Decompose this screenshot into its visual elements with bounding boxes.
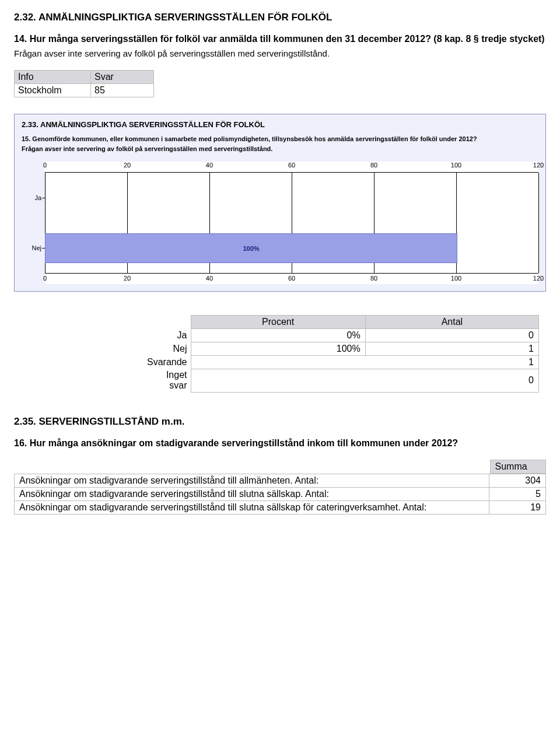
- summa-row2-val: 5: [489, 488, 546, 501]
- nej-n: 1: [365, 342, 538, 355]
- tick-bot-20: 20: [124, 275, 131, 282]
- row-label-nej: Nej: [22, 244, 41, 251]
- section-232-title: 2.32. ANMÄLNINGSPLIKTIGA SERVERINGSSTÄLL…: [14, 12, 546, 23]
- results-table: Procent Antal Ja 0% 0 Nej 100% 1 Svarand…: [142, 315, 539, 393]
- plot-area: Ja Nej 100%: [45, 172, 538, 274]
- q14-text: 14. Hur många serveringsställen för folk…: [14, 33, 546, 46]
- row-ja: Ja: [45, 173, 538, 223]
- info-head-left: Info: [15, 70, 91, 83]
- info-cell-left: Stockholm: [15, 83, 91, 97]
- row-svarande-label: Svarande: [142, 355, 191, 369]
- inget-n: 0: [191, 369, 539, 392]
- bar-nej: 100%: [45, 233, 457, 262]
- panel-note: Frågan avser inte servering av folköl på…: [22, 145, 538, 153]
- tick-top-0: 0: [43, 162, 47, 169]
- q16-text: 16. Hur många ansökningar om stadigvaran…: [14, 437, 546, 450]
- info-table: Info Svar Stockholm 85: [14, 70, 154, 97]
- info-cell-right: 85: [91, 83, 154, 97]
- tick-bot-100: 100: [451, 275, 461, 282]
- x-axis-top: 0 20 40 60 80 100 120: [45, 162, 538, 171]
- ja-n: 0: [365, 328, 538, 342]
- row-ja-label: Ja: [142, 328, 191, 342]
- row-nej: Nej 100%: [45, 223, 538, 273]
- q14-note: Frågan avser inte servering av folköl på…: [14, 48, 546, 60]
- col-procent: Procent: [191, 315, 365, 328]
- tick-top-60: 60: [288, 162, 295, 169]
- summa-row2-desc: Ansökningar om stadigvarande serveringst…: [15, 488, 489, 501]
- info-head-right: Svar: [91, 70, 154, 83]
- tick-bot-40: 40: [206, 275, 213, 282]
- row-nej-label: Nej: [142, 342, 191, 355]
- tick-top-120: 120: [533, 162, 544, 169]
- ja-pct: 0%: [191, 328, 365, 342]
- section-235-title: 2.35. SERVERINGSTILLSTÅND m.m.: [14, 416, 546, 428]
- summa-row3-desc: Ansökningar om stadigvarande serveringst…: [15, 501, 489, 514]
- gridline: [538, 173, 539, 273]
- tick-top-40: 40: [206, 162, 213, 169]
- tick-bot-120: 120: [533, 275, 544, 282]
- summa-header: Summa: [490, 460, 546, 474]
- row-tick: [42, 198, 45, 198]
- blank-cell: [142, 315, 191, 328]
- col-antal: Antal: [365, 315, 538, 328]
- panel-question: 15. Genomförde kommunen, eller kommunen …: [22, 135, 538, 144]
- summa-table: Summa Ansökningar om stadigvarande serve…: [14, 460, 546, 514]
- tick-top-80: 80: [370, 162, 377, 169]
- row-label-ja: Ja: [22, 194, 41, 201]
- summa-row1-desc: Ansökningar om stadigvarande serveringst…: [15, 474, 489, 488]
- summa-row1-val: 304: [489, 474, 546, 488]
- chart: 0 20 40 60 80 100 120 Ja Nej 1: [45, 162, 538, 284]
- tick-top-20: 20: [124, 162, 131, 169]
- row-inget-label: Inget svar: [142, 369, 191, 392]
- svarande-n: 1: [191, 355, 539, 369]
- nej-pct: 100%: [191, 342, 365, 355]
- x-axis-bottom: 0 20 40 60 80 100 120: [45, 275, 538, 284]
- summa-head-wrap: Summa: [15, 460, 546, 474]
- panel-title: 2.33. ANMÄLNINGSPLIKTIGA SERVERINGSSTÄLL…: [22, 120, 538, 129]
- tick-bot-60: 60: [288, 275, 295, 282]
- tick-bot-80: 80: [370, 275, 377, 282]
- summa-row3-val: 19: [489, 501, 546, 514]
- bar-label-nej: 100%: [243, 245, 259, 252]
- tick-top-100: 100: [451, 162, 461, 169]
- chart-panel: 2.33. ANMÄLNINGSPLIKTIGA SERVERINGSSTÄLL…: [14, 114, 546, 292]
- tick-bot-0: 0: [43, 275, 47, 282]
